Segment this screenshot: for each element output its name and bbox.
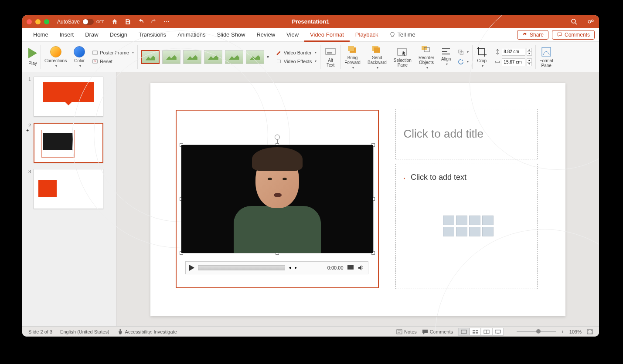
title-placeholder[interactable]: Click to add title bbox=[395, 109, 538, 159]
tab-review[interactable]: Review bbox=[251, 28, 281, 42]
autosave-state: OFF bbox=[96, 20, 104, 24]
document-title: Presentation1 bbox=[292, 18, 330, 25]
lightbulb-icon bbox=[389, 32, 395, 38]
group-icon bbox=[458, 49, 464, 55]
tab-playback[interactable]: Playback bbox=[350, 28, 384, 42]
comment-status-icon bbox=[422, 329, 428, 334]
text-placeholder[interactable]: Click to add text bbox=[395, 164, 538, 289]
video-frame bbox=[181, 145, 373, 253]
svg-rect-3 bbox=[93, 51, 98, 54]
tell-me-search[interactable]: Tell me bbox=[389, 31, 415, 38]
zoom-slider[interactable] bbox=[517, 331, 556, 332]
pen-icon bbox=[276, 50, 282, 56]
rotate-icon bbox=[458, 59, 464, 65]
play-icon bbox=[28, 48, 37, 58]
thumb-num-2: 2 bbox=[26, 123, 31, 128]
selection-pane-icon bbox=[396, 47, 409, 57]
tell-me-label: Tell me bbox=[398, 31, 415, 38]
svg-rect-18 bbox=[347, 265, 354, 270]
reorder-icon bbox=[420, 44, 433, 54]
accessibility-icon bbox=[117, 329, 123, 335]
content-icons-grid[interactable] bbox=[443, 216, 500, 236]
svg-rect-7 bbox=[327, 52, 332, 54]
video-playbar: ◂ ▸ 0:00.00 bbox=[185, 261, 368, 274]
rotate-handle[interactable] bbox=[275, 135, 280, 140]
notes-button[interactable]: Notes bbox=[396, 329, 417, 334]
send-backward-icon bbox=[371, 44, 384, 54]
save-icon[interactable] bbox=[124, 18, 131, 25]
bring-forward-button[interactable]: Bring Forward bbox=[341, 42, 364, 72]
window-close-button[interactable] bbox=[27, 19, 32, 24]
alt-text-button[interactable]: Alt Text bbox=[320, 42, 340, 72]
video-border-button[interactable]: Video Border bbox=[276, 49, 317, 57]
tab-insert[interactable]: Insert bbox=[54, 28, 80, 42]
redo-icon[interactable] bbox=[150, 18, 157, 25]
video-object[interactable] bbox=[181, 145, 374, 253]
align-button[interactable]: Align bbox=[438, 42, 454, 72]
reorder-objects-button[interactable]: Reorder Objects bbox=[415, 42, 438, 72]
slide-canvas-area[interactable]: ◂ ▸ 0:00.00 Click to add title Click to … bbox=[116, 72, 599, 326]
svg-rect-11 bbox=[374, 47, 380, 53]
notes-icon bbox=[396, 329, 402, 334]
play-button[interactable]: Play bbox=[25, 42, 41, 72]
tab-draw[interactable]: Draw bbox=[79, 28, 104, 42]
svg-point-19 bbox=[119, 329, 121, 331]
caption-icon[interactable] bbox=[347, 265, 354, 271]
animation-star-icon: ✦ bbox=[26, 128, 31, 133]
window-maximize-button[interactable] bbox=[44, 19, 49, 24]
color-button[interactable]: Color bbox=[70, 42, 89, 72]
group-button[interactable] bbox=[458, 48, 469, 56]
svg-rect-9 bbox=[348, 46, 354, 51]
playbar-play-button[interactable] bbox=[189, 265, 194, 271]
reset-icon bbox=[92, 58, 98, 64]
slide-canvas[interactable]: ◂ ▸ 0:00.00 Click to add title Click to … bbox=[150, 83, 565, 316]
svg-rect-12 bbox=[398, 48, 406, 55]
slide-indicator[interactable]: Slide 2 of 3 bbox=[28, 329, 52, 334]
playbar-next-icon[interactable]: ▸ bbox=[295, 265, 297, 270]
sun-icon bbox=[50, 46, 61, 57]
tab-home[interactable]: Home bbox=[27, 28, 54, 42]
playbar-track[interactable] bbox=[198, 265, 285, 270]
poster-frame-icon bbox=[92, 50, 98, 56]
home-icon[interactable] bbox=[111, 18, 118, 25]
tab-video-format[interactable]: Video Format bbox=[304, 28, 350, 42]
send-backward-button[interactable]: Send Backward bbox=[364, 42, 390, 72]
effects-icon bbox=[276, 58, 282, 64]
selection-pane-button[interactable]: Selection Pane bbox=[390, 42, 415, 72]
thumb-num-3: 3 bbox=[26, 169, 31, 174]
window-minimize-button[interactable] bbox=[35, 19, 41, 24]
svg-rect-5 bbox=[277, 60, 280, 63]
playbar-prev-icon[interactable]: ◂ bbox=[289, 265, 291, 270]
alt-text-icon bbox=[324, 47, 337, 57]
tab-design[interactable]: Design bbox=[104, 28, 133, 42]
thumb-num-1: 1 bbox=[26, 77, 31, 82]
corrections-button[interactable]: Corrections bbox=[41, 42, 70, 72]
autosave-switch[interactable] bbox=[82, 19, 94, 25]
gallery-more-icon[interactable]: ▾ bbox=[267, 54, 269, 59]
color-circle-icon bbox=[74, 46, 85, 57]
tab-view[interactable]: View bbox=[281, 28, 304, 42]
rotate-button[interactable] bbox=[458, 58, 469, 66]
svg-rect-20 bbox=[397, 330, 402, 334]
align-icon bbox=[441, 48, 451, 56]
video-effects-button[interactable]: Video Effects bbox=[276, 57, 317, 65]
bring-forward-icon bbox=[346, 44, 359, 54]
autosave-toggle[interactable]: AutoSave OFF bbox=[57, 19, 104, 25]
accessibility-button[interactable]: Accessibility: Investigate bbox=[117, 329, 177, 335]
more-icon[interactable]: ⋯ bbox=[163, 18, 170, 25]
language-indicator[interactable]: English (United States) bbox=[60, 329, 109, 334]
autosave-label: AutoSave bbox=[57, 19, 80, 25]
undo-icon[interactable] bbox=[137, 18, 144, 25]
volume-icon[interactable] bbox=[357, 265, 364, 271]
playbar-time: 0:00.00 bbox=[327, 265, 344, 270]
